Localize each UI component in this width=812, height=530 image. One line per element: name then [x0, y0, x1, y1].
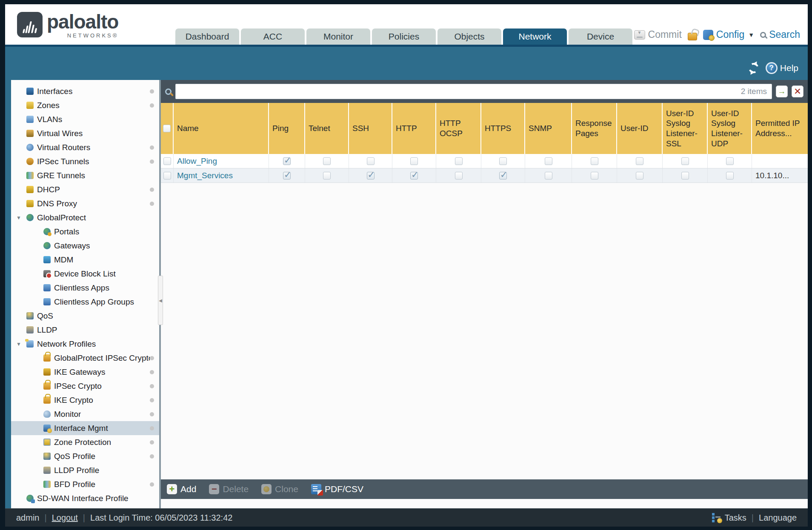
item-menu-dot[interactable]	[150, 454, 154, 459]
tab-monitor[interactable]: Monitor	[306, 28, 370, 45]
sidebar-item-dhcp[interactable]: DHCP	[11, 182, 159, 197]
lock-icon[interactable]	[688, 33, 697, 40]
language-link[interactable]: Language	[759, 513, 797, 523]
select-all-checkbox[interactable]	[163, 125, 171, 132]
service-checkbox-checked[interactable]	[410, 172, 418, 180]
sidebar-item-ipsec-crypto[interactable]: IPSec Crypto	[11, 379, 159, 393]
service-checkbox[interactable]	[545, 172, 552, 180]
sidebar-item-clientless-apps[interactable]: Clientless Apps	[11, 281, 159, 295]
refresh-icon[interactable]	[747, 62, 760, 75]
item-menu-dot[interactable]	[150, 145, 154, 150]
pdf-csv-button[interactable]: PDF/CSV	[311, 484, 363, 494]
tab-objects[interactable]: Objects	[437, 28, 501, 45]
item-menu-dot[interactable]	[150, 89, 154, 94]
service-checkbox[interactable]	[455, 172, 463, 180]
sidebar-item-dns-proxy[interactable]: DNS Proxy	[11, 197, 159, 211]
sidebar-collapse-handle[interactable]: ◀	[158, 276, 163, 325]
tab-policies[interactable]: Policies	[372, 28, 436, 45]
service-cell-http	[392, 168, 436, 182]
sidebar-item-vlans[interactable]: VLANs	[11, 112, 159, 126]
sidebar-item-mdm[interactable]: MDM	[11, 253, 159, 267]
item-menu-dot[interactable]	[150, 384, 154, 388]
sidebar-item-network-profiles[interactable]: ▼Network Profiles	[11, 337, 159, 351]
sidebar-item-sd-wan-interface-profile[interactable]: SD-WAN Interface Profile	[11, 491, 159, 505]
item-menu-dot[interactable]	[150, 482, 154, 487]
collapse-triangle-icon[interactable]: ▼	[16, 215, 26, 221]
sidebar-item-ike-gateways[interactable]: IKE Gateways	[11, 365, 159, 379]
clear-filter-button[interactable]: ✕	[792, 85, 803, 97]
service-checkbox[interactable]	[636, 172, 643, 180]
service-checkbox[interactable]	[636, 157, 643, 165]
sidebar-item-interfaces[interactable]: Interfaces	[11, 84, 159, 98]
tab-dashboard[interactable]: Dashboard	[175, 28, 239, 45]
service-checkbox[interactable]	[726, 172, 734, 180]
service-checkbox-checked[interactable]	[499, 172, 507, 180]
tab-device[interactable]: Device	[569, 28, 632, 45]
sidebar-item-ike-crypto[interactable]: IKE Crypto	[11, 393, 159, 407]
service-checkbox[interactable]	[499, 157, 507, 165]
collapse-triangle-icon[interactable]: ▼	[16, 341, 26, 347]
sidebar-item-clientless-app-groups[interactable]: Clientless App Groups	[11, 295, 159, 309]
row-select-checkbox[interactable]	[163, 157, 171, 165]
sidebar-item-lldp[interactable]: LLDP	[11, 323, 159, 337]
item-menu-dot[interactable]	[150, 103, 154, 108]
help-button[interactable]: ? Help	[766, 62, 798, 74]
service-checkbox[interactable]	[323, 172, 331, 180]
sidebar-item-globalprotect-ipsec-crypto[interactable]: GlobalProtect IPSec Crypto	[11, 351, 159, 365]
tasks-icon[interactable]	[712, 513, 721, 522]
service-checkbox-checked[interactable]	[283, 157, 291, 165]
filter-input[interactable]	[175, 84, 772, 99]
item-menu-dot[interactable]	[150, 398, 154, 402]
sidebar-item-bfd-profile[interactable]: BFD Profile	[11, 477, 159, 491]
item-menu-dot[interactable]	[150, 412, 154, 416]
tasks-link[interactable]: Tasks	[725, 513, 746, 523]
sidebar-item-qos[interactable]: QoS	[11, 309, 159, 323]
item-menu-dot[interactable]	[150, 188, 154, 192]
row-select-checkbox[interactable]	[163, 172, 171, 180]
sidebar-item-monitor[interactable]: Monitor	[11, 407, 159, 421]
service-checkbox[interactable]	[681, 157, 689, 165]
sidebar-item-lldp-profile[interactable]: LLDP Profile	[11, 463, 159, 477]
sidebar-item-zone-protection[interactable]: Zone Protection	[11, 435, 159, 449]
apply-filter-button[interactable]: →	[776, 85, 788, 97]
sidebar-item-gateways[interactable]: Gateways	[11, 239, 159, 253]
add-button[interactable]: +Add	[167, 484, 196, 494]
service-checkbox[interactable]	[591, 172, 598, 180]
item-menu-dot[interactable]	[150, 202, 154, 206]
sidebar-item-portals[interactable]: Portals	[11, 225, 159, 239]
sidebar-item-globalprotect[interactable]: ▼GlobalProtect	[11, 211, 159, 225]
sidebar-item-interface-mgmt[interactable]: Interface Mgmt	[11, 421, 159, 435]
service-checkbox[interactable]	[323, 157, 331, 165]
service-checkbox[interactable]	[591, 157, 598, 165]
tab-acc[interactable]: ACC	[241, 28, 305, 45]
item-menu-dot[interactable]	[150, 356, 154, 360]
item-menu-dot[interactable]	[150, 440, 154, 445]
column-header-http: HTTP	[392, 103, 436, 154]
tab-network[interactable]: Network	[503, 28, 567, 45]
sidebar-item-ipsec-tunnels[interactable]: IPSec Tunnels	[11, 154, 159, 168]
profile-name-link[interactable]: Mgmt_Services	[177, 171, 233, 180]
service-checkbox[interactable]	[726, 157, 734, 165]
sidebar-item-gre-tunnels[interactable]: GRE Tunnels	[11, 168, 159, 182]
service-checkbox[interactable]	[410, 157, 418, 165]
config-button[interactable]: Config ▼	[703, 29, 754, 40]
profile-name-link[interactable]: Allow_Ping	[177, 157, 217, 166]
item-menu-dot[interactable]	[150, 370, 154, 374]
item-menu-dot[interactable]	[150, 426, 154, 430]
item-menu-dot[interactable]	[150, 160, 154, 164]
service-checkbox-checked[interactable]	[367, 172, 375, 180]
service-checkbox-checked[interactable]	[283, 172, 291, 180]
sidebar-item-device-block-list[interactable]: Device Block List	[11, 267, 159, 281]
service-checkbox[interactable]	[545, 157, 552, 165]
service-checkbox[interactable]	[681, 172, 689, 180]
logout-link[interactable]: Logout	[52, 513, 78, 523]
sidebar-item-virtual-routers[interactable]: Virtual Routers	[11, 140, 159, 154]
commit-button[interactable]: Commit	[634, 29, 682, 40]
sidebar-item-qos-profile[interactable]: QoS Profile	[11, 449, 159, 463]
service-checkbox[interactable]	[367, 157, 375, 165]
service-checkbox[interactable]	[455, 157, 463, 165]
search-button[interactable]: Search	[760, 29, 800, 40]
sidebar-item-virtual-wires[interactable]: Virtual Wires	[11, 126, 159, 140]
qos-profile-icon	[43, 453, 51, 460]
sidebar-item-zones[interactable]: Zones	[11, 98, 159, 112]
